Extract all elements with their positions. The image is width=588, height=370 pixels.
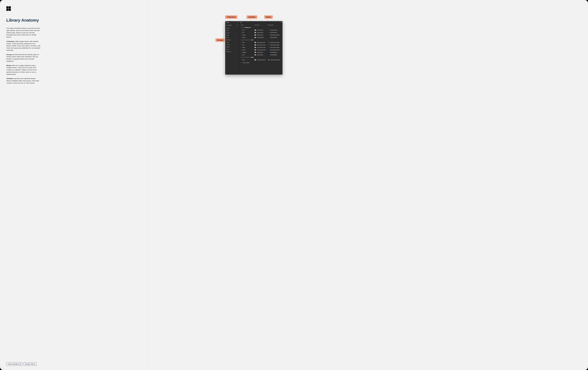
value-mode2[interactable]: Colors/Gray/Cool/500 (268, 44, 281, 46)
annotation-collections: Collections (225, 15, 237, 19)
tag-design-tokens[interactable]: Design Tokens (23, 362, 37, 366)
all-variables-label: All variables (226, 25, 232, 26)
value-mode2[interactable]: Colors/Gray/Warm/400 (268, 59, 281, 60)
variable-row[interactable]: ◇FadeColors/Gray/Cool/5Colors/Gray/Cool/… (240, 41, 283, 44)
connector-line (224, 28, 224, 52)
value-mode1[interactable]: Colors/Gray/25 (255, 30, 268, 31)
color-swatch (255, 30, 256, 31)
value-mode2[interactable]: Colors/Blue/800 (268, 54, 281, 55)
variable-sections: Neutral / Background◇FadeColors/Gray/25C… (240, 26, 283, 61)
value-mode2[interactable]: Colors/Gray/475 (268, 32, 281, 33)
value-mode1[interactable]: Colors/Gray/Cool/5 (255, 42, 268, 43)
group-item[interactable]: Emphasis (225, 39, 240, 41)
groups-paragraph: Groups provide hierarchy for specific ty… (6, 54, 41, 62)
value-mode1[interactable]: Colors/Gray/Cool/10 (255, 44, 268, 46)
variable-row[interactable]: ◇BoldColors/Blue/20Colors/Blue/800 (240, 54, 283, 56)
value-mode2[interactable]: Colors/Gray/450 (268, 30, 281, 31)
variable-row[interactable]: ◇FadeColors/Gray/25Colors/Gray/450 (240, 29, 283, 31)
microsoft-logo-icon (6, 6, 146, 11)
color-swatch (255, 37, 256, 38)
group-item[interactable]: Supportive (225, 50, 240, 53)
value-mode1[interactable]: Colors/Gray/100 (255, 37, 268, 38)
value-mode1[interactable]: Colors/Blue/10 (255, 52, 268, 53)
annotation-variables: Variables (247, 15, 257, 19)
more-icon[interactable]: ••• (237, 22, 239, 23)
collection-switcher[interactable]: Color ▾ (226, 22, 230, 23)
variable-row[interactable]: ◇SoftColors/Gray/Cool/10Colors/Gray/Cool… (240, 44, 283, 46)
token-alias: Colors/Gray/Cool/500 (270, 44, 280, 46)
value-mode2[interactable]: Colors/Gray/Cool/400 (268, 42, 281, 43)
page-title: Library Anatomy (6, 18, 146, 22)
variable-row[interactable]: ◇SoftColors/Gray/50Colors/Gray/475 (240, 31, 283, 34)
column-mode2: Brand Night (268, 24, 281, 26)
value-mode2[interactable]: Colors/Blue/800 (268, 52, 281, 53)
color-swatch (268, 59, 269, 60)
value-mode1[interactable]: Colors/Blue/20 (255, 54, 268, 55)
group-item[interactable]: Neutral (225, 27, 240, 29)
value-mode2[interactable]: Colors/Gray/Cool/600 (268, 47, 281, 48)
column-name: Name (241, 24, 255, 26)
variable-type-icon: ◇ (241, 54, 242, 55)
variable-type-icon: ◇ (241, 59, 242, 60)
variable-row[interactable]: ◇StrongColors/Gray/100Colors/Gray/575 (240, 36, 283, 39)
group-list: NeutralBaseAccentBrandCardEmphasisGlassO… (225, 27, 240, 53)
value-mode1[interactable]: Colors/Gray/Cool/40 (255, 49, 268, 50)
all-variables-row[interactable]: All variables 287 (225, 24, 240, 27)
variable-row[interactable]: ◇SubtleColors/Gray/Cool/20Colors/Gray/Co… (240, 46, 283, 49)
annotation-groups: Groups (215, 38, 225, 42)
color-swatch (255, 49, 256, 50)
group-item[interactable]: Brand (225, 34, 240, 36)
group-item[interactable]: Overlay (225, 43, 240, 46)
color-swatch (268, 34, 269, 36)
variable-row[interactable]: ◇FadeColors/Gray/Warm/5Colors/Gray/Warm/… (240, 59, 283, 61)
value-mode2[interactable]: Colors/Gray/Cool/700 (268, 49, 281, 50)
value-mode1[interactable]: Colors/Gray/Cool/20 (255, 47, 268, 48)
token-alias: Colors/Gray/Cool/40 (256, 49, 265, 50)
tag-figma-variables[interactable]: Figma Variables (6, 362, 22, 366)
color-swatch (255, 52, 256, 53)
variable-type-icon: ◇ (241, 32, 242, 33)
value-mode2[interactable]: Colors/Gray/575 (268, 37, 281, 38)
color-swatch (268, 44, 269, 46)
column-mode1: Brand Day (255, 24, 268, 26)
variable-row[interactable]: ◇StrongColors/Gray/Cool/40Colors/Gray/Co… (240, 49, 283, 51)
variable-name: ◇Soft (241, 32, 255, 33)
color-swatch (268, 49, 269, 50)
value-mode1[interactable]: Colors/Gray/75 (255, 34, 268, 36)
panel-sidebar: Color ▾ ••• All variables 287 NeutralBas… (225, 21, 240, 75)
value-mode2[interactable]: Colors/Gray/Cool/500 (268, 34, 281, 36)
group-item[interactable]: Status (225, 48, 240, 50)
column-headers: Name Brand Day Brand Night (240, 24, 283, 26)
token-alias: Colors/Gray/Cool/400 (270, 42, 280, 43)
panel-topbar (240, 21, 283, 24)
value-mode1[interactable]: Colors/Gray/Warm/5 (255, 59, 268, 60)
tag-label: Figma Variables (8, 363, 19, 365)
token-alias: Colors/Gray/Cool/10 (256, 44, 265, 46)
group-item[interactable]: Special (225, 46, 240, 48)
variable-type-icon: ◇ (241, 30, 242, 31)
sidebar-toggle-icon[interactable] (241, 22, 242, 23)
group-item[interactable]: Base (225, 29, 240, 32)
group-item[interactable]: Accent (225, 32, 240, 34)
token-alias: Colors/Gray/475 (270, 32, 277, 33)
color-swatch (268, 47, 269, 48)
section-breadcrumb: Neutral / Background (240, 26, 283, 29)
variable-name: ◇Soft (241, 44, 255, 46)
create-variable-label: Create variable (242, 62, 249, 63)
intro-paragraph: The Figma Variables library is accessed … (6, 27, 41, 38)
color-swatch (268, 37, 269, 38)
create-variable-button[interactable]: ＋ Create variable (240, 61, 283, 64)
variable-row[interactable]: ◇SubtleColors/Gray/75Colors/Gray/Cool/50… (240, 34, 283, 36)
close-icon[interactable] (280, 22, 282, 23)
annotation-modes: Modes (264, 15, 273, 19)
token-alias: Colors/Blue/20 (256, 54, 263, 55)
variables-hex-icon (20, 363, 21, 365)
token-alias: Colors/Blue/10 (256, 52, 263, 53)
group-item[interactable]: Card (225, 36, 240, 39)
token-alias: Colors/Blue/800 (270, 52, 277, 53)
variable-name: ◇Subtle (241, 47, 255, 48)
group-item[interactable]: Glass (225, 41, 240, 43)
variable-name: ◇Subtle (241, 34, 255, 36)
value-mode1[interactable]: Colors/Gray/50 (255, 32, 268, 33)
variable-row[interactable]: ◇HighlightColors/Blue/10Colors/Blue/800 (240, 51, 283, 54)
